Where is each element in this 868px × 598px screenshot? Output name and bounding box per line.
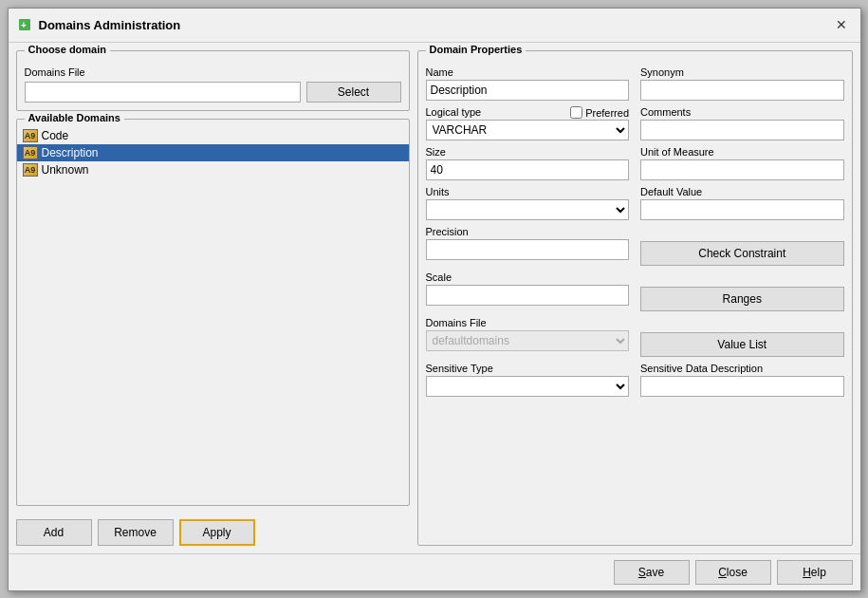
title-bar: + Domains Administration ✕ (9, 9, 860, 43)
right-panel: Domain Properties Name Synonym (417, 50, 853, 546)
domain-icon-description: A9 (23, 146, 38, 159)
default-value-group: Default Value (640, 186, 844, 220)
sensitive-type-group: Sensitive Type (426, 363, 630, 397)
default-value-label: Default Value (640, 186, 844, 197)
value-list-button[interactable]: Value List (640, 332, 844, 357)
domain-name-unknown: Unknown (42, 163, 89, 177)
scale-label: Scale (426, 271, 630, 283)
unit-of-measure-input[interactable] (640, 159, 844, 180)
name-label: Name (426, 66, 630, 78)
dialog-window: + Domains Administration ✕ Choose domain… (8, 8, 861, 591)
comments-input[interactable] (640, 120, 844, 140)
domain-icon-unknown: A9 (23, 163, 38, 177)
sensitive-type-label: Sensitive Type (426, 363, 630, 374)
domain-icon-code: A9 (23, 129, 38, 142)
preferred-label: Preferred (585, 107, 629, 119)
units-label: Units (426, 186, 630, 197)
apply-button[interactable]: Apply (179, 519, 255, 546)
dialog-close-button[interactable]: Close (695, 560, 771, 585)
logical-type-label: Logical type (426, 106, 482, 118)
dialog-footer: Save Close Help (9, 553, 860, 590)
sensitive-data-desc-label: Sensitive Data Description (640, 363, 844, 374)
name-group: Name (426, 66, 630, 101)
default-value-input[interactable] (640, 199, 844, 220)
domain-props-label: Domain Properties (426, 44, 526, 55)
bottom-buttons: Add Remove Apply (16, 514, 410, 546)
ranges-group: Ranges (640, 271, 844, 311)
domains-file-right-group: Domains File defaultdomains (426, 317, 630, 357)
unit-of-measure-group: Unit of Measure (640, 146, 844, 180)
check-constraint-group: Check Constraint (640, 226, 844, 266)
units-select[interactable] (426, 199, 630, 220)
size-group: Size (426, 146, 630, 180)
precision-input[interactable] (426, 239, 630, 260)
apply-label: Apply (202, 526, 231, 539)
unit-of-measure-label: Unit of Measure (640, 146, 844, 158)
check-constraint-button[interactable]: Check Constraint (640, 241, 844, 266)
comments-group: Comments (640, 106, 844, 140)
save-button[interactable]: Save (614, 560, 690, 585)
save-label: Save (638, 566, 664, 579)
ranges-button[interactable]: Ranges (640, 287, 844, 311)
scale-group: Scale (426, 271, 630, 311)
choose-domain-group: Choose domain Domains File Select (16, 50, 410, 111)
available-domains-label: Available Domains (25, 112, 124, 123)
name-input[interactable] (426, 80, 630, 101)
synonym-group: Synonym (640, 66, 844, 101)
synonym-input[interactable] (640, 80, 844, 101)
value-list-spacer (640, 317, 844, 328)
domains-file-label: Domains File (25, 66, 401, 78)
domains-file-input[interactable] (25, 82, 301, 103)
dialog-icon: + (16, 16, 33, 33)
remove-button[interactable]: Remove (98, 519, 174, 546)
size-input[interactable] (426, 159, 630, 180)
left-panel: Choose domain Domains File Select Availa… (16, 50, 410, 546)
close-label: Close (718, 566, 748, 579)
units-group: Units (426, 186, 630, 220)
choose-domain-label: Choose domain (25, 44, 111, 55)
domain-list: A9 Code A9 Description A9 Unknown (17, 127, 409, 505)
ranges-spacer (640, 271, 844, 283)
domain-name-code: Code (42, 129, 69, 142)
sensitive-data-desc-group: Sensitive Data Description (640, 363, 844, 397)
precision-group: Precision (426, 226, 630, 266)
dialog-title: Domains Administration (39, 18, 830, 32)
size-label: Size (426, 146, 630, 158)
help-label: Help (803, 566, 826, 579)
comments-label: Comments (640, 106, 844, 118)
domain-item-code[interactable]: A9 Code (17, 127, 409, 144)
synonym-label: Synonym (640, 66, 844, 78)
domains-file-right-select[interactable]: defaultdomains (426, 330, 630, 351)
add-label: Add (44, 526, 64, 539)
svg-text:+: + (21, 20, 27, 30)
domain-properties-group: Domain Properties Name Synonym (417, 50, 853, 546)
domains-file-row: Select (25, 82, 401, 103)
help-button[interactable]: Help (777, 560, 853, 585)
sensitive-data-desc-input[interactable] (640, 376, 844, 397)
dialog-body: Choose domain Domains File Select Availa… (9, 43, 860, 553)
add-button[interactable]: Add (16, 519, 92, 546)
select-button[interactable]: Select (306, 82, 401, 103)
logical-type-select[interactable]: VARCHAR INTEGER FLOAT DATE (426, 120, 630, 140)
domain-item-unknown[interactable]: A9 Unknown (17, 161, 409, 178)
preferred-checkbox[interactable] (570, 106, 582, 119)
close-button[interactable]: ✕ (830, 13, 853, 36)
available-domains-group: Available Domains A9 Code A9 Description… (16, 119, 410, 506)
logical-type-group: Logical type Preferred VARCHAR INTEGER F… (426, 106, 630, 140)
value-list-group: Value List (640, 317, 844, 357)
check-constraint-spacer (640, 226, 844, 237)
sensitive-type-select[interactable] (426, 376, 630, 397)
domain-item-description[interactable]: A9 Description (17, 144, 409, 161)
domain-name-description: Description (42, 146, 99, 159)
precision-label: Precision (426, 226, 630, 237)
scale-input[interactable] (426, 285, 630, 306)
remove-label: Remove (114, 526, 157, 539)
domains-file-right-label: Domains File (426, 317, 630, 328)
